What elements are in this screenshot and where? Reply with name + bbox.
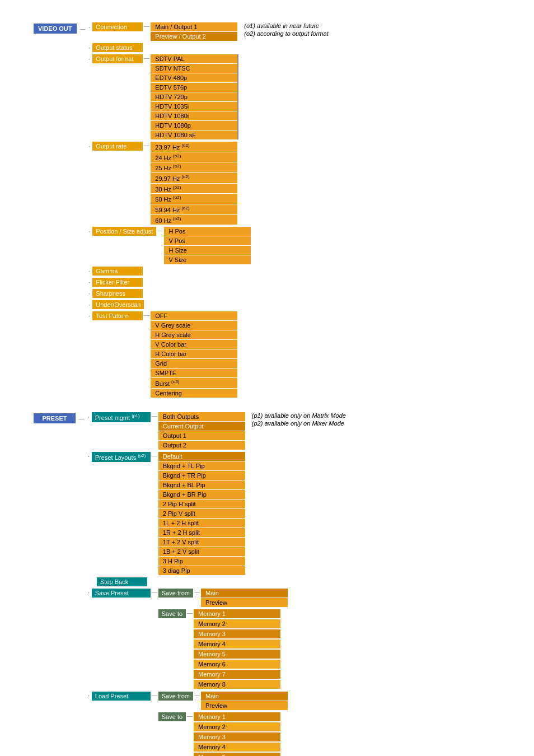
load-preset-content: Save from Main Preview Save to Memory 1: [158, 692, 288, 756]
tp-burst[interactable]: Burst (o3): [151, 378, 237, 388]
step-back-label: Step Back: [97, 577, 147, 586]
preset-mgmt-label: Preset mgmt (p1): [92, 412, 151, 422]
layout-tl-pip[interactable]: Bkgnd + TL Pip: [158, 461, 245, 470]
load-to-mem1[interactable]: Memory 1: [194, 712, 280, 721]
tp-h-grey[interactable]: H Grey scale: [151, 330, 237, 339]
test-pattern-items: OFF V Grey scale H Grey scale V Color ba…: [151, 311, 237, 398]
tp-grid[interactable]: Grid: [151, 359, 237, 368]
load-to-mem2[interactable]: Memory 2: [194, 722, 280, 731]
output-status-row: · Output status: [89, 43, 329, 52]
format-sdtv-pal[interactable]: SDTV PAL: [151, 54, 237, 63]
save-to-mem8[interactable]: Memory 8: [194, 680, 280, 689]
tp-v-color[interactable]: V Color bar: [151, 340, 237, 349]
output-rate-row: · Output rate 23.97 Hz (o2) 24 Hz (o2) 2…: [89, 142, 329, 225]
connection-note2: (o2) according to output format: [244, 30, 328, 37]
sharpness-label: Sharpness: [92, 289, 143, 298]
rate-2397[interactable]: 23.97 Hz (o2): [151, 142, 237, 152]
save-to-row: Save to Memory 1 Memory 2 Memory 3 Memor…: [158, 609, 288, 689]
tp-centering[interactable]: Centering: [151, 389, 237, 398]
save-preset-row: · Save Preset Save from Main Preview: [88, 589, 346, 689]
save-to-mem7[interactable]: Memory 7: [194, 670, 280, 679]
size-h[interactable]: H Size: [164, 246, 251, 255]
save-to-items: Memory 1 Memory 2 Memory 3 Memory 4 Memo…: [194, 609, 280, 689]
test-pattern-label: Test Pattern: [92, 311, 143, 320]
format-hdtv-1035i[interactable]: HDTV 1035i: [151, 102, 237, 111]
load-from-preview[interactable]: Preview: [201, 701, 288, 710]
size-v[interactable]: V Size: [164, 255, 251, 264]
format-sdtv-ntsc[interactable]: SDTV NTSC: [151, 64, 237, 73]
preset-mgmt-note1: (p1) available only on Matrix Mode: [252, 412, 346, 419]
layout-br-pip[interactable]: Bkgnd + BR Pip: [158, 490, 245, 499]
layout-1t-2v[interactable]: 1T + 2 V split: [158, 538, 245, 547]
layout-2pip-v[interactable]: 2 Pip V split: [158, 509, 245, 518]
layout-3h-pip[interactable]: 3 H Pip: [158, 557, 245, 566]
layout-1b-2v[interactable]: 1B + 2 V split: [158, 547, 245, 556]
load-from-main[interactable]: Main: [201, 692, 288, 701]
load-save-from-label: Save from: [158, 692, 193, 701]
format-hdtv-1080sf[interactable]: HDTV 1080 sF: [151, 130, 237, 139]
save-from-items: Main Preview: [201, 589, 288, 607]
mgmt-output2[interactable]: Output 2: [158, 441, 245, 450]
save-to-mem5[interactable]: Memory 5: [194, 650, 280, 659]
save-to-mem2[interactable]: Memory 2: [194, 619, 280, 628]
preset-mgmt-row: · Preset mgmt (p1) Both Outputs Current …: [88, 412, 346, 450]
layout-default[interactable]: Default: [158, 452, 245, 461]
preset-section: PRESET — · Preset mgmt (p1) Both Outputs…: [34, 412, 500, 756]
format-hdtv-720p[interactable]: HDTV 720p: [151, 92, 237, 101]
output-status-label: Output status: [92, 43, 143, 52]
connection-note1: (o1) available in near future: [244, 22, 328, 29]
output-format-items: SDTV PAL SDTV NTSC EDTV 480p EDTV 576p H…: [151, 54, 238, 139]
position-size-label: Position / Size adjust: [92, 227, 156, 236]
tp-off[interactable]: OFF: [151, 311, 237, 320]
save-preset-content: Save from Main Preview Save to Memory 1: [158, 589, 288, 689]
rate-60[interactable]: 60 Hz (o2): [151, 215, 237, 225]
layout-1r-2h[interactable]: 1R + 2 H split: [158, 528, 245, 537]
pos-h[interactable]: H Pos: [164, 227, 251, 236]
load-preset-label: Load Preset: [92, 692, 151, 701]
rate-25[interactable]: 25 Hz (o2): [151, 162, 237, 172]
rate-50[interactable]: 50 Hz (o2): [151, 194, 237, 204]
format-hdtv-1080p[interactable]: HDTV 1080p: [151, 121, 237, 130]
videoout-section: VIDEO OUT — · Connection Main / Output 1…: [34, 22, 500, 399]
load-to-mem4[interactable]: Memory 4: [194, 743, 280, 752]
format-edtv-576p[interactable]: EDTV 576p: [151, 83, 237, 92]
mgmt-current-output[interactable]: Current Output: [158, 422, 245, 431]
connection-output2[interactable]: Preview / Output 2: [151, 32, 237, 41]
connection-notes: (o1) available in near future (o2) accor…: [244, 22, 328, 37]
save-from-row: Save from Main Preview: [158, 589, 288, 607]
save-to-mem4[interactable]: Memory 4: [194, 640, 280, 648]
save-from-main[interactable]: Main: [201, 589, 288, 598]
preset-mgmt-notes: (p1) available only on Matrix Mode (p2) …: [252, 412, 346, 427]
layout-3diag-pip[interactable]: 3 diag Pip: [158, 566, 245, 575]
tp-v-grey[interactable]: V Grey scale: [151, 321, 237, 330]
tp-smpte[interactable]: SMPTE: [151, 368, 237, 377]
save-to-mem1[interactable]: Memory 1: [194, 609, 280, 618]
mgmt-both-outputs[interactable]: Both Outputs: [158, 412, 245, 421]
preset-layouts-label: Preset Layouts (p2): [92, 452, 151, 462]
rate-30[interactable]: 30 Hz (o2): [151, 184, 237, 194]
load-preset-row: · Load Preset Save from Main Preview: [88, 692, 346, 756]
rate-24[interactable]: 24 Hz (o2): [151, 152, 237, 162]
load-to-mem5[interactable]: Memory 5: [194, 753, 280, 756]
step-back-row: Step Back: [97, 577, 346, 586]
output-format-row: · Output format SDTV PAL SDTV NTSC EDTV …: [89, 54, 329, 139]
connection-output1[interactable]: Main / Output 1: [151, 22, 237, 31]
mgmt-output1[interactable]: Output 1: [158, 431, 245, 440]
save-to-mem3[interactable]: Memory 3: [194, 629, 280, 638]
preset-layouts-items: Default Bkgnd + TL Pip Bkgnd + TR Pip Bk…: [158, 452, 245, 575]
layout-1l-2h[interactable]: 1L + 2 H split: [158, 519, 245, 528]
save-from-preview[interactable]: Preview: [201, 598, 288, 607]
tp-h-color[interactable]: H Color bar: [151, 349, 237, 358]
format-edtv-480p[interactable]: EDTV 480p: [151, 73, 237, 82]
save-to-mem6[interactable]: Memory 6: [194, 660, 280, 669]
load-save-from-row: Save from Main Preview: [158, 692, 288, 710]
rate-5994[interactable]: 59.94 Hz (o2): [151, 204, 237, 214]
gamma-row: · Gamma: [89, 267, 329, 276]
rate-2997[interactable]: 29.97 Hz (o2): [151, 173, 237, 183]
pos-v[interactable]: V Pos: [164, 236, 251, 245]
layout-bl-pip[interactable]: Bkgnd + BL Pip: [158, 480, 245, 489]
layout-2pip-h[interactable]: 2 Pip H split: [158, 500, 245, 508]
load-to-mem3[interactable]: Memory 3: [194, 732, 280, 741]
layout-tr-pip[interactable]: Bkgnd + TR Pip: [158, 471, 245, 480]
format-hdtv-1080i[interactable]: HDTV 1080i: [151, 111, 237, 120]
